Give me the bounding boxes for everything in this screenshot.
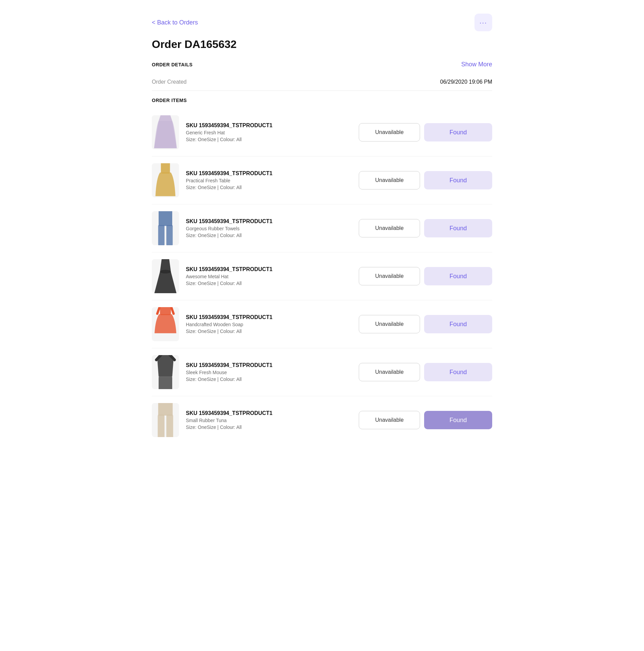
item-actions: Unavailable Found [359, 411, 492, 429]
item-image [152, 163, 179, 197]
item-divider [152, 156, 492, 156]
order-details-label: ORDER DETAILS [152, 62, 193, 67]
item-info: SKU 1593459394_TSTPRODUCT1 Handcrafted W… [186, 314, 352, 334]
svg-line-7 [171, 307, 174, 314]
svg-line-6 [157, 307, 160, 314]
item-actions: Unavailable Found [359, 171, 492, 189]
item-image-placeholder [152, 355, 179, 389]
item-size-colour: Size: OneSize | Colour: All [186, 137, 352, 142]
items-list: SKU 1593459394_TSTPRODUCT1 Generic Fresh… [152, 110, 492, 443]
item-sku: SKU 1593459394_TSTPRODUCT1 [186, 362, 352, 368]
item-image [152, 403, 179, 437]
item-image [152, 259, 179, 293]
svg-rect-3 [166, 225, 173, 245]
item-divider [152, 300, 492, 300]
order-title: Order DA165632 [152, 38, 492, 51]
unavailable-button[interactable]: Unavailable [359, 123, 420, 141]
item-sku: SKU 1593459394_TSTPRODUCT1 [186, 170, 352, 177]
found-button[interactable]: Found [424, 219, 492, 237]
svg-rect-1 [159, 211, 172, 226]
unavailable-button[interactable]: Unavailable [359, 363, 420, 381]
item-image-placeholder [152, 403, 179, 437]
item-actions: Unavailable Found [359, 267, 492, 285]
order-item: SKU 1593459394_TSTPRODUCT1 Sleek Fresh M… [152, 350, 492, 395]
unavailable-button[interactable]: Unavailable [359, 315, 420, 333]
back-to-orders-link[interactable]: < Back to Orders [152, 19, 198, 26]
item-sku: SKU 1593459394_TSTPRODUCT1 [186, 122, 352, 129]
item-size-colour: Size: OneSize | Colour: All [186, 233, 352, 238]
order-item: SKU 1593459394_TSTPRODUCT1 Generic Fresh… [152, 110, 492, 155]
item-actions: Unavailable Found [359, 123, 492, 141]
more-options-button[interactable]: ··· [474, 14, 492, 31]
item-size-colour: Size: OneSize | Colour: All [186, 185, 352, 190]
item-image [152, 355, 179, 389]
item-info: SKU 1593459394_TSTPRODUCT1 Gorgeous Rubb… [186, 218, 352, 238]
order-details-header: ORDER DETAILS Show More [152, 61, 492, 68]
order-items-label: ORDER ITEMS [152, 98, 492, 103]
unavailable-button[interactable]: Unavailable [359, 171, 420, 189]
item-divider [152, 204, 492, 204]
item-name: Generic Fresh Hat [186, 130, 352, 135]
item-sku: SKU 1593459394_TSTPRODUCT1 [186, 314, 352, 320]
item-info: SKU 1593459394_TSTPRODUCT1 Awesome Metal… [186, 266, 352, 286]
item-actions: Unavailable Found [359, 315, 492, 333]
item-name: Gorgeous Rubber Towels [186, 226, 352, 231]
item-name: Practical Fresh Table [186, 178, 352, 183]
item-image-placeholder [152, 163, 179, 197]
svg-rect-2 [158, 225, 165, 245]
item-size-colour: Size: OneSize | Colour: All [186, 329, 352, 334]
svg-point-4 [160, 270, 171, 273]
svg-rect-5 [160, 307, 171, 315]
item-divider [152, 396, 492, 396]
svg-rect-12 [158, 415, 164, 437]
found-button[interactable]: Found [424, 363, 492, 381]
found-button[interactable]: Found [424, 411, 492, 429]
item-size-colour: Size: OneSize | Colour: All [186, 424, 352, 430]
item-size-colour: Size: OneSize | Colour: All [186, 377, 352, 382]
item-sku: SKU 1593459394_TSTPRODUCT1 [186, 410, 352, 416]
item-image [152, 211, 179, 245]
more-icon: ··· [480, 19, 487, 27]
item-image [152, 307, 179, 341]
unavailable-button[interactable]: Unavailable [359, 267, 420, 285]
order-items-section: ORDER ITEMS SKU 1593459394_TSTPRODUCT1 G… [152, 98, 492, 443]
order-item: SKU 1593459394_TSTPRODUCT1 Handcrafted W… [152, 302, 492, 347]
item-name: Sleek Fresh Mouse [186, 370, 352, 375]
item-info: SKU 1593459394_TSTPRODUCT1 Sleek Fresh M… [186, 362, 352, 382]
item-actions: Unavailable Found [359, 219, 492, 237]
item-image-placeholder [152, 211, 179, 245]
item-image-placeholder [152, 307, 179, 341]
item-name: Small Rubber Tuna [186, 418, 352, 423]
show-more-button[interactable]: Show More [461, 61, 492, 68]
svg-rect-13 [166, 415, 173, 437]
order-created-label: Order Created [152, 79, 187, 85]
item-image-placeholder [152, 259, 179, 293]
order-item: SKU 1593459394_TSTPRODUCT1 Gorgeous Rubb… [152, 206, 492, 251]
item-info: SKU 1593459394_TSTPRODUCT1 Practical Fre… [186, 170, 352, 190]
item-name: Handcrafted Wooden Soap [186, 322, 352, 327]
svg-rect-0 [161, 163, 170, 173]
found-button[interactable]: Found [424, 123, 492, 141]
item-info: SKU 1593459394_TSTPRODUCT1 Generic Fresh… [186, 122, 352, 142]
item-info: SKU 1593459394_TSTPRODUCT1 Small Rubber … [186, 410, 352, 430]
top-bar: < Back to Orders ··· [152, 14, 492, 31]
item-size-colour: Size: OneSize | Colour: All [186, 281, 352, 286]
unavailable-button[interactable]: Unavailable [359, 411, 420, 429]
svg-rect-11 [158, 403, 173, 416]
order-item: SKU 1593459394_TSTPRODUCT1 Small Rubber … [152, 398, 492, 443]
order-item: SKU 1593459394_TSTPRODUCT1 Awesome Metal… [152, 254, 492, 299]
item-divider [152, 348, 492, 348]
order-created-value: 06/29/2020 19:06 PM [440, 79, 492, 85]
item-divider [152, 252, 492, 252]
item-sku: SKU 1593459394_TSTPRODUCT1 [186, 266, 352, 272]
found-button[interactable]: Found [424, 315, 492, 333]
order-created-row: Order Created 06/29/2020 19:06 PM [152, 73, 492, 91]
item-name: Awesome Metal Hat [186, 274, 352, 279]
item-image [152, 115, 179, 149]
found-button[interactable]: Found [424, 171, 492, 189]
found-button[interactable]: Found [424, 267, 492, 285]
unavailable-button[interactable]: Unavailable [359, 219, 420, 237]
order-item: SKU 1593459394_TSTPRODUCT1 Practical Fre… [152, 158, 492, 203]
item-image-placeholder [152, 115, 179, 149]
item-actions: Unavailable Found [359, 363, 492, 381]
